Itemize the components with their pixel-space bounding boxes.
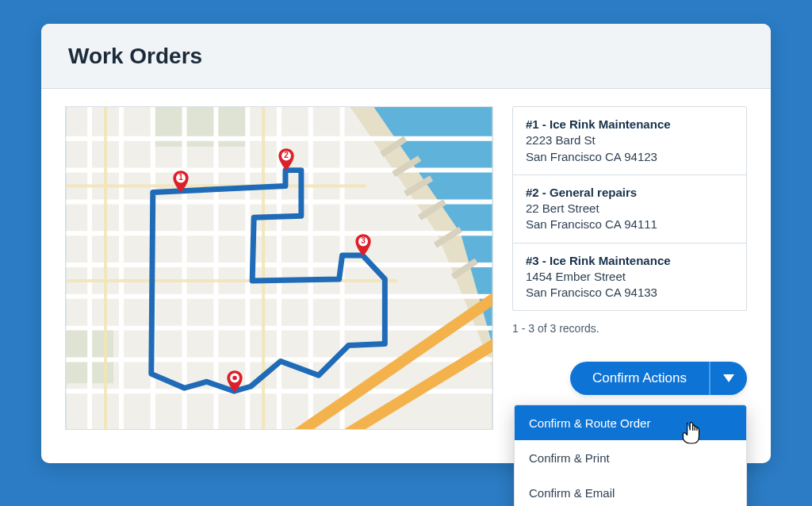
menu-item-confirm-print[interactable]: Confirm & Print: [515, 440, 746, 475]
menu-item-label: Confirm & Email: [529, 486, 615, 500]
menu-item-label: Confirm & Print: [529, 451, 610, 465]
order-address-line: 1454 Ember Street: [526, 269, 733, 285]
order-title: #2 - General repairs: [526, 185, 733, 201]
route-map[interactable]: 1 2 3: [65, 106, 493, 430]
order-address-line: San Francisco CA 94111: [526, 217, 733, 232]
order-address-line: 2223 Bard St: [526, 132, 733, 148]
confirm-actions-menu: Confirm & Route Order Confirm & Print Co…: [514, 404, 747, 506]
page-title: Work Orders: [68, 44, 202, 69]
order-item[interactable]: #2 - General repairs 22 Bert Street San …: [513, 175, 746, 243]
confirm-actions-split-button: Confirm Actions: [570, 362, 747, 395]
menu-item-label: Confirm & Route Order: [529, 416, 650, 430]
records-count: 1 - 3 of 3 records.: [512, 322, 747, 335]
svg-marker-40: [723, 374, 734, 382]
menu-item-confirm-email[interactable]: Confirm & Email: [515, 475, 746, 506]
panel-header: Work Orders: [41, 24, 771, 89]
menu-item-confirm-route[interactable]: Confirm & Route Order: [515, 405, 746, 440]
map-canvas: [66, 107, 492, 429]
confirm-actions-button[interactable]: Confirm Actions: [570, 362, 709, 395]
work-orders-panel: Work Orders: [41, 24, 771, 463]
order-list: #1 - Ice Rink Maintenance 2223 Bard St S…: [512, 106, 747, 311]
order-title: #1 - Ice Rink Maintenance: [526, 117, 733, 132]
order-item[interactable]: #1 - Ice Rink Maintenance 2223 Bard St S…: [513, 107, 746, 175]
order-address-line: 22 Bert Street: [526, 201, 733, 217]
confirm-actions-label: Confirm Actions: [592, 370, 687, 386]
actions-area: Confirm Actions Confirm & Route Order Co…: [570, 362, 747, 395]
order-item[interactable]: #3 - Ice Rink Maintenance 1454 Ember Str…: [513, 243, 746, 311]
order-address-line: San Francisco CA 94123: [526, 149, 733, 165]
confirm-actions-caret[interactable]: [709, 362, 747, 395]
chevron-down-icon: [723, 374, 734, 382]
order-title: #3 - Ice Rink Maintenance: [526, 253, 733, 269]
order-address-line: San Francisco CA 94133: [526, 285, 733, 301]
